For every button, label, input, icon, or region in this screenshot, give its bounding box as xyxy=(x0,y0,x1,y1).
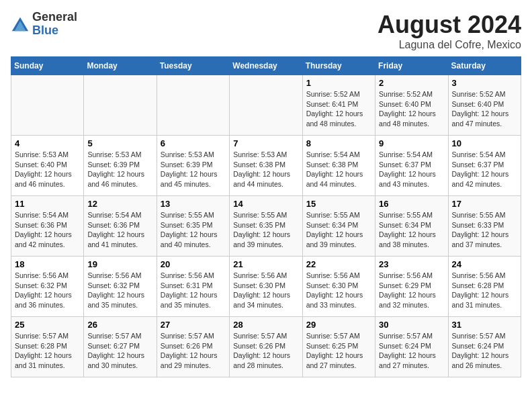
calendar-table: SundayMondayTuesdayWednesdayThursdayFrid… xyxy=(11,56,521,377)
day-info: Sunrise: 5:52 AM Sunset: 6:40 PM Dayligh… xyxy=(452,89,517,129)
day-number: 31 xyxy=(452,320,517,330)
day-info: Sunrise: 5:57 AM Sunset: 6:24 PM Dayligh… xyxy=(379,331,444,371)
day-number: 7 xyxy=(233,138,298,148)
header-cell-friday: Friday xyxy=(375,57,448,75)
calendar-cell xyxy=(84,75,157,136)
calendar-cell: 8Sunrise: 5:54 AM Sunset: 6:38 PM Daylig… xyxy=(302,136,375,196)
calendar-week-row: 4Sunrise: 5:53 AM Sunset: 6:40 PM Daylig… xyxy=(11,136,521,196)
day-info: Sunrise: 5:56 AM Sunset: 6:30 PM Dayligh… xyxy=(306,271,371,310)
calendar-cell: 27Sunrise: 5:57 AM Sunset: 6:26 PM Dayli… xyxy=(157,317,229,377)
day-info: Sunrise: 5:56 AM Sunset: 6:30 PM Dayligh… xyxy=(233,271,298,310)
calendar-cell: 12Sunrise: 5:54 AM Sunset: 6:36 PM Dayli… xyxy=(84,196,157,257)
header-cell-wednesday: Wednesday xyxy=(230,57,302,75)
calendar-cell: 30Sunrise: 5:57 AM Sunset: 6:24 PM Dayli… xyxy=(375,317,448,377)
logo-blue-text: Blue xyxy=(32,24,77,38)
day-info: Sunrise: 5:56 AM Sunset: 6:32 PM Dayligh… xyxy=(15,271,80,310)
day-info: Sunrise: 5:55 AM Sunset: 6:33 PM Dayligh… xyxy=(452,210,517,250)
logo-general-text: General xyxy=(32,11,77,24)
calendar-week-row: 11Sunrise: 5:54 AM Sunset: 6:36 PM Dayli… xyxy=(11,196,521,257)
day-number: 25 xyxy=(15,320,80,330)
calendar-cell: 1Sunrise: 5:52 AM Sunset: 6:41 PM Daylig… xyxy=(302,75,375,136)
calendar-cell: 31Sunrise: 5:57 AM Sunset: 6:24 PM Dayli… xyxy=(448,317,521,377)
day-info: Sunrise: 5:53 AM Sunset: 6:38 PM Dayligh… xyxy=(233,150,298,189)
page-header: General Blue August 2024 Laguna del Cofr… xyxy=(11,11,521,51)
day-number: 16 xyxy=(379,199,444,209)
day-number: 3 xyxy=(452,78,517,88)
calendar-cell: 18Sunrise: 5:56 AM Sunset: 6:32 PM Dayli… xyxy=(11,257,84,317)
day-number: 4 xyxy=(15,138,80,148)
day-info: Sunrise: 5:57 AM Sunset: 6:28 PM Dayligh… xyxy=(15,331,80,371)
header-cell-thursday: Thursday xyxy=(302,57,375,75)
day-info: Sunrise: 5:54 AM Sunset: 6:37 PM Dayligh… xyxy=(452,150,517,189)
calendar-cell xyxy=(11,75,84,136)
day-info: Sunrise: 5:53 AM Sunset: 6:39 PM Dayligh… xyxy=(161,150,226,189)
calendar-week-row: 1Sunrise: 5:52 AM Sunset: 6:41 PM Daylig… xyxy=(11,75,521,136)
logo-icon xyxy=(11,15,30,34)
day-info: Sunrise: 5:57 AM Sunset: 6:26 PM Dayligh… xyxy=(161,331,226,371)
calendar-cell: 15Sunrise: 5:55 AM Sunset: 6:34 PM Dayli… xyxy=(302,196,375,257)
day-info: Sunrise: 5:54 AM Sunset: 6:38 PM Dayligh… xyxy=(306,150,371,189)
day-info: Sunrise: 5:57 AM Sunset: 6:26 PM Dayligh… xyxy=(233,331,298,371)
calendar-cell xyxy=(230,75,302,136)
main-title: August 2024 xyxy=(378,11,521,39)
day-info: Sunrise: 5:57 AM Sunset: 6:27 PM Dayligh… xyxy=(87,331,152,371)
header-row: SundayMondayTuesdayWednesdayThursdayFrid… xyxy=(11,57,521,75)
day-number: 21 xyxy=(233,259,298,269)
calendar-cell: 7Sunrise: 5:53 AM Sunset: 6:38 PM Daylig… xyxy=(230,136,302,196)
day-info: Sunrise: 5:56 AM Sunset: 6:32 PM Dayligh… xyxy=(87,271,152,310)
day-number: 30 xyxy=(379,320,444,330)
calendar-cell: 16Sunrise: 5:55 AM Sunset: 6:34 PM Dayli… xyxy=(375,196,448,257)
calendar-cell: 20Sunrise: 5:56 AM Sunset: 6:31 PM Dayli… xyxy=(157,257,229,317)
day-info: Sunrise: 5:56 AM Sunset: 6:31 PM Dayligh… xyxy=(161,271,226,310)
day-number: 29 xyxy=(306,320,371,330)
day-number: 26 xyxy=(87,320,152,330)
day-number: 24 xyxy=(452,259,517,269)
header-cell-tuesday: Tuesday xyxy=(157,57,229,75)
subtitle: Laguna del Cofre, Mexico xyxy=(378,39,521,51)
calendar-cell xyxy=(157,75,229,136)
day-number: 19 xyxy=(87,259,152,269)
day-number: 18 xyxy=(15,259,80,269)
day-number: 12 xyxy=(87,199,152,209)
day-number: 10 xyxy=(452,138,517,148)
calendar-cell: 13Sunrise: 5:55 AM Sunset: 6:35 PM Dayli… xyxy=(157,196,229,257)
day-info: Sunrise: 5:55 AM Sunset: 6:35 PM Dayligh… xyxy=(233,210,298,250)
day-info: Sunrise: 5:54 AM Sunset: 6:36 PM Dayligh… xyxy=(87,210,152,250)
calendar-cell: 2Sunrise: 5:52 AM Sunset: 6:40 PM Daylig… xyxy=(375,75,448,136)
day-number: 2 xyxy=(379,78,444,88)
calendar-cell: 21Sunrise: 5:56 AM Sunset: 6:30 PM Dayli… xyxy=(230,257,302,317)
day-info: Sunrise: 5:53 AM Sunset: 6:39 PM Dayligh… xyxy=(87,150,152,189)
day-number: 13 xyxy=(161,199,226,209)
day-info: Sunrise: 5:56 AM Sunset: 6:28 PM Dayligh… xyxy=(452,271,517,310)
calendar-week-row: 25Sunrise: 5:57 AM Sunset: 6:28 PM Dayli… xyxy=(11,317,521,377)
calendar-cell: 29Sunrise: 5:57 AM Sunset: 6:25 PM Dayli… xyxy=(302,317,375,377)
calendar-cell: 6Sunrise: 5:53 AM Sunset: 6:39 PM Daylig… xyxy=(157,136,229,196)
day-number: 14 xyxy=(233,199,298,209)
day-info: Sunrise: 5:52 AM Sunset: 6:41 PM Dayligh… xyxy=(306,89,371,129)
day-info: Sunrise: 5:55 AM Sunset: 6:34 PM Dayligh… xyxy=(379,210,444,250)
day-info: Sunrise: 5:57 AM Sunset: 6:25 PM Dayligh… xyxy=(306,331,371,371)
day-number: 1 xyxy=(306,78,371,88)
day-number: 27 xyxy=(161,320,226,330)
calendar-cell: 24Sunrise: 5:56 AM Sunset: 6:28 PM Dayli… xyxy=(448,257,521,317)
day-info: Sunrise: 5:55 AM Sunset: 6:35 PM Dayligh… xyxy=(161,210,226,250)
calendar-cell: 22Sunrise: 5:56 AM Sunset: 6:30 PM Dayli… xyxy=(302,257,375,317)
day-number: 28 xyxy=(233,320,298,330)
day-number: 17 xyxy=(452,199,517,209)
calendar-cell: 5Sunrise: 5:53 AM Sunset: 6:39 PM Daylig… xyxy=(84,136,157,196)
day-number: 9 xyxy=(379,138,444,148)
calendar-week-row: 18Sunrise: 5:56 AM Sunset: 6:32 PM Dayli… xyxy=(11,257,521,317)
header-cell-saturday: Saturday xyxy=(448,57,521,75)
day-info: Sunrise: 5:53 AM Sunset: 6:40 PM Dayligh… xyxy=(15,150,80,189)
day-info: Sunrise: 5:57 AM Sunset: 6:24 PM Dayligh… xyxy=(452,331,517,371)
header-cell-sunday: Sunday xyxy=(11,57,84,75)
day-number: 23 xyxy=(379,259,444,269)
day-info: Sunrise: 5:54 AM Sunset: 6:36 PM Dayligh… xyxy=(15,210,80,250)
day-info: Sunrise: 5:52 AM Sunset: 6:40 PM Dayligh… xyxy=(379,89,444,129)
calendar-cell: 3Sunrise: 5:52 AM Sunset: 6:40 PM Daylig… xyxy=(448,75,521,136)
calendar-cell: 14Sunrise: 5:55 AM Sunset: 6:35 PM Dayli… xyxy=(230,196,302,257)
day-info: Sunrise: 5:54 AM Sunset: 6:37 PM Dayligh… xyxy=(379,150,444,189)
calendar-cell: 11Sunrise: 5:54 AM Sunset: 6:36 PM Dayli… xyxy=(11,196,84,257)
day-number: 22 xyxy=(306,259,371,269)
day-info: Sunrise: 5:56 AM Sunset: 6:29 PM Dayligh… xyxy=(379,271,444,310)
